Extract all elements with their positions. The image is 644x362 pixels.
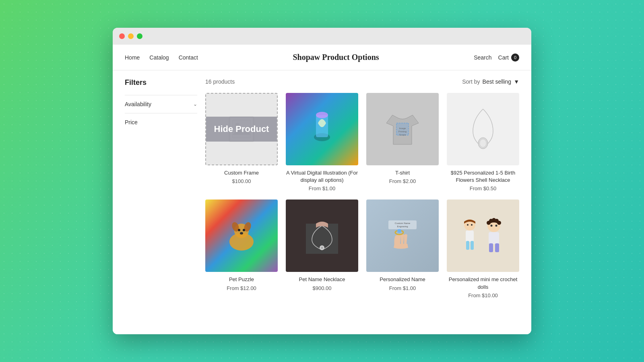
- product-price-8: From $10.00: [447, 292, 519, 298]
- product-price-5: From $12.00: [205, 285, 278, 291]
- header-right: Search Cart 0: [474, 53, 519, 62]
- svg-point-11: [480, 139, 486, 147]
- store-header: Home Catalog Contact Shopaw Product Opti…: [113, 45, 531, 70]
- product-price-7: From $1.00: [366, 285, 439, 291]
- product-card-2[interactable]: A Virtual Digital Illustration (For disp…: [286, 93, 358, 191]
- close-dot[interactable]: [119, 33, 125, 39]
- product-price-1: $100.00: [205, 178, 278, 184]
- main-content: 16 products Sort by Best selling ▼: [205, 78, 519, 298]
- product-image-7: Custom Name Engraving: [366, 200, 439, 272]
- cart-label: Cart: [498, 54, 509, 61]
- svg-point-16: [238, 229, 240, 231]
- product-card-8[interactable]: Personalized mini me crochet dolls From …: [447, 200, 519, 298]
- product-name-1: Custom Frame: [205, 169, 278, 177]
- sort-chevron-icon: ▼: [514, 78, 519, 85]
- products-grid: Hide Product Custom Frame $100.00: [205, 93, 519, 298]
- svg-point-32: [471, 224, 473, 226]
- chevron-down-icon: ⌄: [193, 101, 197, 107]
- sort-value[interactable]: Best selling: [483, 78, 512, 85]
- product-price-4: From $0.50: [447, 185, 519, 191]
- product-image-1: Hide Product: [205, 93, 278, 165]
- filter-availability: Availability ⌄: [125, 95, 197, 113]
- svg-point-43: [495, 225, 497, 227]
- svg-point-21: [321, 247, 323, 249]
- sort-by: Sort by Best selling ▼: [462, 78, 519, 85]
- svg-text:Printing: Printing: [398, 130, 407, 133]
- cart-count: 0: [511, 53, 519, 62]
- svg-rect-29: [466, 241, 469, 250]
- sidebar-title: Filters: [125, 78, 197, 87]
- sidebar: Filters Availability ⌄ Price: [125, 78, 205, 298]
- store-content: Home Catalog Contact Shopaw Product Opti…: [113, 45, 531, 334]
- svg-point-38: [497, 221, 501, 225]
- svg-point-31: [467, 224, 469, 226]
- filter-availability-label: Availability: [125, 101, 151, 107]
- svg-rect-40: [489, 243, 493, 252]
- product-image-8: [447, 200, 519, 272]
- browser-chrome: [113, 28, 531, 45]
- product-image-4: [447, 93, 519, 165]
- products-header: 16 products Sort by Best selling ▼: [205, 78, 519, 85]
- nav-contact[interactable]: Contact: [179, 54, 198, 61]
- sort-label: Sort by: [462, 78, 480, 85]
- nav-catalog[interactable]: Catalog: [149, 54, 169, 61]
- products-count: 16 products: [205, 78, 235, 85]
- product-price-6: $900.00: [286, 285, 358, 291]
- svg-point-17: [243, 229, 245, 231]
- product-image-6: [286, 200, 358, 272]
- svg-point-18: [240, 232, 243, 234]
- product-image-2: [286, 93, 358, 165]
- product-name-4: $925 Personalized 1-5 Birth Flowers Shel…: [447, 169, 519, 184]
- nav-links: Home Catalog Contact: [125, 54, 198, 61]
- product-image-5: [205, 200, 278, 272]
- product-card-5[interactable]: Pet Puzzle From $12.00: [205, 200, 278, 298]
- search-link[interactable]: Search: [474, 54, 491, 61]
- product-name-5: Pet Puzzle: [205, 276, 278, 283]
- filter-availability-header[interactable]: Availability ⌄: [125, 101, 197, 107]
- product-card-4[interactable]: $925 Personalized 1-5 Birth Flowers Shel…: [447, 93, 519, 191]
- browser-window: Home Catalog Contact Shopaw Product Opti…: [113, 28, 531, 334]
- store-title: Shopaw Product Options: [293, 53, 379, 62]
- filter-price-header[interactable]: Price: [125, 119, 197, 125]
- product-price-2: From $1.00: [286, 185, 358, 191]
- filter-price: Price: [125, 113, 197, 131]
- product-price-3: From $2.00: [366, 178, 439, 184]
- cart-button[interactable]: Cart 0: [498, 53, 519, 62]
- product-image-3: Image Printing Scope: [366, 93, 439, 165]
- minimize-dot[interactable]: [128, 33, 134, 39]
- svg-rect-30: [471, 241, 474, 250]
- svg-text:Custom Name: Custom Name: [395, 222, 411, 224]
- product-card-7[interactable]: Custom Name Engraving Personalized Name …: [366, 200, 439, 298]
- product-name-2: A Virtual Digital Illustration (For disp…: [286, 169, 358, 184]
- product-name-3: T-shirt: [366, 169, 439, 177]
- filter-price-label: Price: [125, 119, 138, 125]
- product-card-1[interactable]: Hide Product Custom Frame $100.00: [205, 93, 278, 191]
- product-card-3[interactable]: Image Printing Scope T-shirt From $2.00: [366, 93, 439, 191]
- svg-point-5: [316, 112, 328, 118]
- product-name-6: Pet Name Necklace: [286, 276, 358, 283]
- hide-product-overlay: Hide Product: [205, 117, 278, 142]
- store-body: Filters Availability ⌄ Price 16 products: [113, 70, 531, 306]
- svg-text:Engraving: Engraving: [397, 225, 408, 228]
- svg-text:Image: Image: [399, 127, 406, 130]
- svg-point-23: [397, 229, 401, 233]
- product-card-6[interactable]: Pet Name Necklace $900.00: [286, 200, 358, 298]
- maximize-dot[interactable]: [137, 33, 142, 39]
- svg-rect-28: [466, 230, 474, 242]
- nav-home[interactable]: Home: [125, 54, 140, 61]
- product-name-7: Personalized Name: [366, 276, 439, 283]
- svg-rect-39: [489, 232, 499, 244]
- svg-rect-41: [495, 243, 499, 252]
- svg-point-42: [491, 225, 493, 227]
- svg-text:Scope: Scope: [399, 134, 406, 136]
- product-name-8: Personalized mini me crochet dolls: [447, 276, 519, 290]
